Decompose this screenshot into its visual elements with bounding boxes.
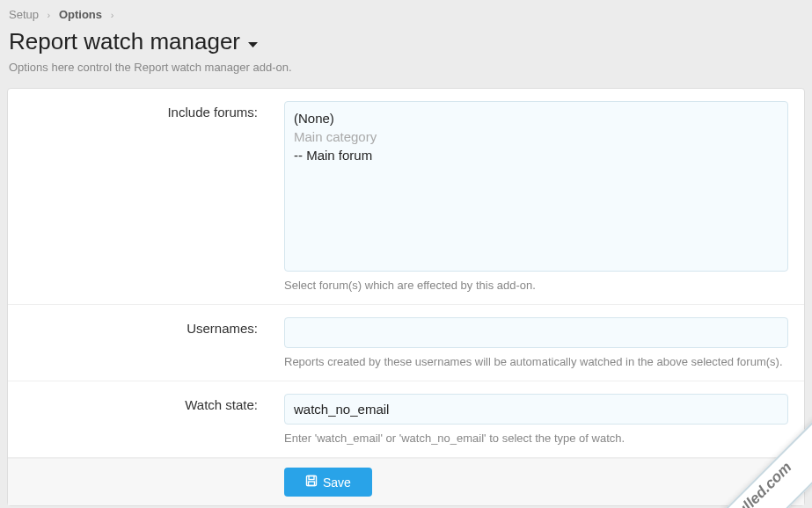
page-title-text: Report watch manager: [9, 28, 240, 55]
usernames-input[interactable]: [284, 317, 788, 348]
row-watch-state: Watch state: Enter 'watch_email' or 'wat…: [8, 381, 804, 458]
chevron-right-icon: ›: [48, 10, 51, 20]
forum-option-main-forum[interactable]: -- Main forum: [294, 146, 779, 164]
label-usernames: Usernames:: [8, 305, 272, 381]
page-description: Options here control the Report watch ma…: [0, 59, 812, 83]
control-usernames: Reports created by these usernames will …: [272, 305, 804, 381]
control-watch-state: Enter 'watch_email' or 'watch_no_email' …: [272, 381, 804, 457]
label-include-forums: Include forums:: [8, 89, 272, 304]
hint-usernames: Reports created by these usernames will …: [284, 355, 788, 368]
options-panel: Include forums: (None) Main category -- …: [7, 88, 805, 506]
caret-down-icon: [247, 28, 259, 55]
hint-include-forums: Select forum(s) which are effected by th…: [284, 279, 788, 292]
save-button[interactable]: Save: [284, 468, 372, 497]
breadcrumb-setup[interactable]: Setup: [9, 8, 39, 21]
watch-state-input[interactable]: [284, 394, 788, 425]
svg-rect-2: [309, 482, 315, 486]
breadcrumb-options[interactable]: Options: [59, 8, 102, 21]
chevron-right-icon: ›: [111, 10, 114, 20]
save-button-label: Save: [323, 475, 351, 490]
forum-option-none[interactable]: (None): [294, 109, 779, 127]
forum-option-main-category: Main category: [294, 127, 779, 146]
page-title[interactable]: Report watch manager: [0, 26, 812, 59]
breadcrumb: Setup › Options ›: [0, 0, 812, 26]
svg-rect-1: [309, 476, 314, 480]
row-usernames: Usernames: Reports created by these user…: [8, 305, 804, 381]
panel-footer: Save: [8, 458, 804, 505]
save-icon: [305, 475, 318, 490]
include-forums-listbox[interactable]: (None) Main category -- Main forum: [284, 101, 788, 272]
row-include-forums: Include forums: (None) Main category -- …: [8, 89, 804, 305]
control-include-forums: (None) Main category -- Main forum Selec…: [272, 89, 804, 304]
label-watch-state: Watch state:: [8, 381, 272, 457]
hint-watch-state: Enter 'watch_email' or 'watch_no_email' …: [284, 432, 788, 445]
